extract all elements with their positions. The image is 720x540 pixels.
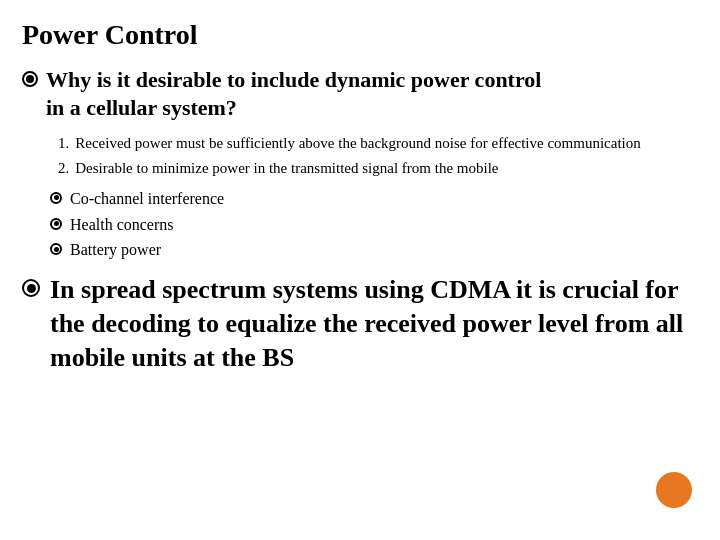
numbered-item-1: 1. Received power must be sufficiently a… [58, 133, 698, 154]
sub-bullet-battery: Battery power [50, 240, 698, 261]
sub-bullet-cochannel: Co-channel interference [50, 189, 698, 210]
bottom-bullet: In spread spectrum systems using CDMA it… [22, 273, 698, 374]
sub-bullet-cochannel-text: Co-channel interference [70, 189, 224, 210]
slide: Power Control Why is it desirable to inc… [0, 0, 720, 540]
numbered-item-1-text: Received power must be sufficiently abov… [75, 133, 641, 154]
sub-bullet-health: Health concerns [50, 215, 698, 236]
num-1: 1. [58, 133, 69, 154]
sub-bullet-health-icon [50, 218, 62, 230]
slide-title: Power Control [22, 18, 698, 52]
sub-bullet-list: Co-channel interference Health concerns … [50, 189, 698, 261]
bottom-bullet-icon [22, 279, 40, 297]
sub-bullet-battery-text: Battery power [70, 240, 161, 261]
numbered-list: 1. Received power must be sufficiently a… [58, 133, 698, 179]
sub-bullet-battery-icon [50, 243, 62, 255]
sub-bullet-cochannel-icon [50, 192, 62, 204]
sub-bullet-health-text: Health concerns [70, 215, 174, 236]
bottom-bullet-text: In spread spectrum systems using CDMA it… [50, 273, 698, 374]
numbered-item-2: 2. Desirable to minimize power in the tr… [58, 158, 698, 179]
bottom-section: In spread spectrum systems using CDMA it… [22, 273, 698, 374]
num-2: 2. [58, 158, 69, 179]
main-bullet: Why is it desirable to include dynamic p… [22, 66, 698, 123]
main-bullet-text: Why is it desirable to include dynamic p… [46, 66, 541, 123]
orange-dot-decoration [656, 472, 692, 508]
numbered-item-2-text: Desirable to minimize power in the trans… [75, 158, 498, 179]
main-bullet-icon [22, 71, 38, 87]
